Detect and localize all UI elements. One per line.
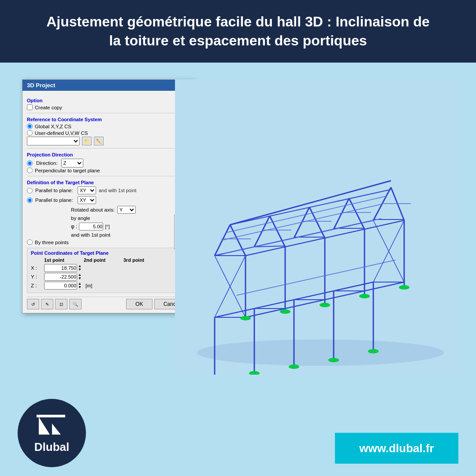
rotated-row: Rotated about axis: Y X Z bbox=[71, 206, 189, 214]
and-1st-hint: and with 1st point bbox=[99, 188, 137, 193]
global-cs-radio[interactable] bbox=[27, 123, 33, 129]
col-3rd: 3rd point bbox=[123, 257, 159, 263]
svg-marker-88 bbox=[39, 417, 50, 435]
svg-marker-89 bbox=[52, 424, 61, 435]
udv-btn-1[interactable]: 📁 bbox=[82, 137, 92, 145]
user-cs-row: User-defined U,V,W CS bbox=[27, 130, 189, 136]
by-three-label: By three points bbox=[35, 240, 69, 245]
x-row: X : ▲ ▼ bbox=[31, 264, 185, 272]
x-down-arrow[interactable]: ▼ bbox=[78, 268, 82, 271]
user-cs-label: User-defined U,V,W CS bbox=[35, 130, 88, 136]
svg-rect-25 bbox=[175, 79, 461, 375]
direction-label: Direction: bbox=[36, 160, 58, 166]
reference-group: Global X,Y,Z CS User-defined U,V,W CS 📁 … bbox=[27, 123, 189, 145]
divider-2 bbox=[27, 148, 189, 149]
create-copy-row: Create copy bbox=[27, 104, 189, 110]
x-input[interactable] bbox=[44, 264, 77, 272]
svg-point-69 bbox=[328, 358, 339, 362]
udv-select[interactable] bbox=[27, 137, 80, 145]
toolbar-btn-4[interactable]: 🔍 bbox=[69, 299, 82, 309]
rotated-label: Rotated about axis: bbox=[71, 207, 115, 212]
z-label: Z : bbox=[31, 283, 44, 288]
user-cs-radio[interactable] bbox=[27, 130, 33, 136]
header-title-2: la toiture et espacement des portiques bbox=[109, 33, 367, 48]
parallel1-row: Parallel to plane: XY XZ YZ and with 1st… bbox=[27, 186, 189, 194]
parallel2-radio[interactable] bbox=[27, 197, 33, 203]
rotated-select[interactable]: Y X Z bbox=[117, 206, 136, 214]
svg-point-70 bbox=[368, 349, 379, 353]
dlubal-logo: Dlubal bbox=[18, 399, 86, 467]
by-three-row: By three points bbox=[27, 239, 189, 245]
projection-section-label: Projection Direction bbox=[27, 152, 189, 157]
col-1st: 1st point bbox=[44, 257, 84, 263]
direction-select[interactable]: Z X Y bbox=[61, 159, 83, 167]
toolbar-btn-1[interactable]: ↺ bbox=[27, 299, 39, 309]
dialog-titlebar: 3D Project bbox=[22, 80, 193, 91]
phi-input[interactable] bbox=[79, 223, 103, 231]
by-three-radio[interactable] bbox=[27, 239, 33, 245]
parallel2-row: Parallel to plane: XY XZ YZ bbox=[27, 196, 189, 204]
svg-rect-90 bbox=[37, 415, 65, 417]
parallel1-select[interactable]: XY XZ YZ bbox=[78, 186, 96, 194]
website-banner: www.dlubal.fr bbox=[335, 433, 458, 464]
ok-button[interactable]: OK bbox=[126, 299, 152, 309]
perpendicular-row: Perpendicular to target plane bbox=[27, 167, 189, 173]
global-cs-label: Global X,Y,Z CS bbox=[35, 124, 71, 129]
viewport-3d: Z Y X bbox=[175, 79, 461, 375]
perpendicular-radio[interactable] bbox=[27, 167, 33, 173]
col-2nd: 2nd point bbox=[84, 257, 123, 263]
parallel2-select[interactable]: XY XZ YZ bbox=[78, 196, 96, 204]
unit-label: [m] bbox=[86, 283, 123, 288]
svg-point-74 bbox=[359, 294, 370, 298]
dialog-panel: 3D Project Option Create copy Reference … bbox=[22, 79, 194, 313]
create-copy-label: Create copy bbox=[35, 105, 62, 110]
coords-section: Point Coordinates of Target Plane 1st po… bbox=[27, 248, 189, 293]
svg-point-75 bbox=[399, 285, 409, 290]
direction-row: Direction: Z X Y bbox=[27, 159, 189, 167]
target-plane-section-label: Definition of the Target Plane bbox=[27, 180, 189, 185]
phi-unit: [°] bbox=[105, 224, 110, 229]
create-copy-checkbox[interactable] bbox=[27, 104, 33, 110]
svg-point-71 bbox=[240, 316, 251, 320]
dialog-body: Option Create copy Reference to Coordina… bbox=[22, 91, 193, 313]
y-input[interactable] bbox=[44, 273, 77, 281]
dialog-title: 3D Project bbox=[27, 82, 55, 89]
z-input[interactable] bbox=[44, 282, 77, 290]
toolbar-row: ↺ ✎ ⊡ 🔍 OK Cancel bbox=[27, 297, 189, 309]
dlubal-icon bbox=[34, 413, 70, 437]
z-row: Z : ▲ ▼ [m] bbox=[31, 282, 185, 290]
col-empty bbox=[31, 257, 44, 263]
divider-3 bbox=[27, 176, 189, 176]
direction-radio[interactable] bbox=[27, 160, 33, 166]
perpendicular-label: Perpendicular to target plane bbox=[35, 168, 100, 173]
page-header: Ajustement géométrique facile du hall 3D… bbox=[0, 0, 476, 63]
option-section-label: Option bbox=[27, 98, 189, 103]
hall-3d-svg bbox=[175, 79, 461, 375]
toolbar-btn-3[interactable]: ⊡ bbox=[55, 299, 67, 309]
parallel2-label: Parallel to plane: bbox=[35, 197, 75, 203]
with-1pt-label: and with 1st point bbox=[71, 232, 189, 238]
y-row: Y : ▲ ▼ bbox=[31, 273, 185, 281]
coords-header: 1st point 2nd point 3rd point bbox=[31, 257, 185, 263]
parallel1-label: Parallel to plane: bbox=[35, 188, 75, 193]
phi-label: φ : bbox=[71, 223, 77, 230]
header-title: Ajustement géométrique facile du hall 3D… bbox=[46, 14, 430, 30]
udv-btn-2[interactable]: ✏️ bbox=[94, 137, 104, 145]
z-down-arrow[interactable]: ▼ bbox=[78, 286, 82, 289]
y-down-arrow[interactable]: ▼ bbox=[78, 277, 82, 280]
angle-input-row: φ : [°] bbox=[71, 223, 189, 231]
by-angle-label: by angle bbox=[71, 216, 189, 221]
svg-point-26 bbox=[197, 339, 444, 366]
udv-row: 📁 ✏️ bbox=[27, 137, 189, 145]
dlubal-logo-svg bbox=[34, 413, 70, 437]
toolbar-btn-2[interactable]: ✎ bbox=[41, 299, 53, 309]
coords-title: Point Coordinates of Target Plane bbox=[31, 250, 185, 256]
parallel1-radio[interactable] bbox=[27, 188, 33, 193]
y-label: Y : bbox=[31, 274, 44, 279]
divider-1 bbox=[27, 113, 189, 113]
x-label: X : bbox=[31, 265, 44, 271]
global-cs-row: Global X,Y,Z CS bbox=[27, 123, 189, 129]
svg-point-72 bbox=[280, 309, 290, 314]
reference-section-label: Reference to Coordinate System bbox=[27, 117, 189, 122]
svg-point-73 bbox=[320, 303, 330, 307]
